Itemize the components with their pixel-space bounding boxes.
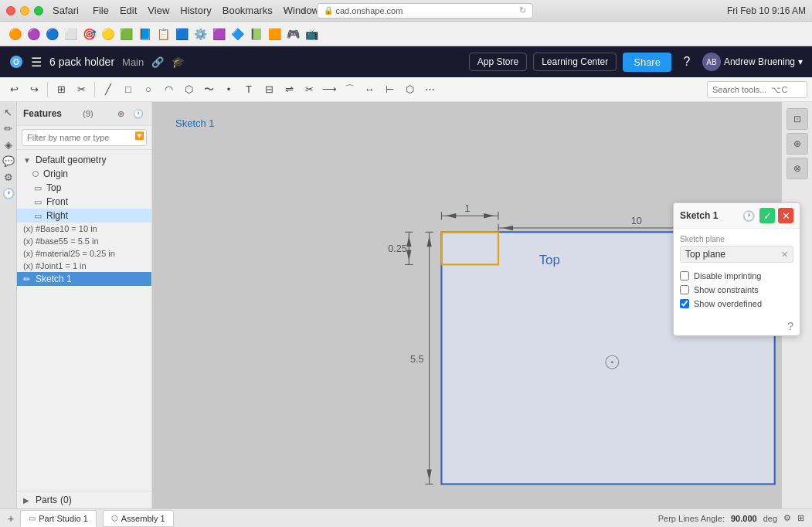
bookmark-6[interactable]: 🟡 [99,26,116,42]
pan-button[interactable]: ⊗ [787,158,808,179]
bookmark-8[interactable]: 📘 [136,26,153,42]
filter-input[interactable] [22,129,147,146]
part-studio-tab[interactable]: ▭ Part Studio 1 [20,510,97,527]
clock-popup-button[interactable]: 🕐 [741,208,756,223]
bookmark-10[interactable]: 🟦 [173,26,190,42]
menu-file[interactable]: File [93,5,109,16]
help-button[interactable]: ? [678,53,696,71]
text-tool[interactable]: T [240,80,258,99]
learning-center-button[interactable]: Learning Center [533,53,617,71]
canvas-area[interactable]: Sketch 1 1 10 0.25 [152,102,812,508]
bookmark-17[interactable]: 📺 [303,26,320,42]
hamburger-menu[interactable]: ☰ [31,55,42,70]
sketch-icon[interactable]: ✏ [2,121,15,135]
history-icon[interactable]: 🕐 [2,186,15,200]
address-bar[interactable]: 🔒 cad.onshape.com ↻ [317,3,533,19]
bookmark-2[interactable]: 🟣 [25,26,42,42]
bookmark-4[interactable]: ⬜ [62,26,79,42]
feature-icon[interactable]: ◈ [2,138,15,151]
undo-button[interactable]: ↩ [5,80,23,99]
var-base10[interactable]: (x) #Base10 = 10 in [17,223,151,235]
constraint-tool[interactable]: ⊢ [380,80,399,99]
user-info[interactable]: AB Andrew Bruening ▾ [702,53,803,71]
spline-tool[interactable]: 〜 [199,80,218,99]
front-item[interactable]: ▭ Front [17,195,151,209]
perp-label: Perp Lines Angle: [658,514,725,523]
back-button[interactable]: ‹ [280,5,292,17]
share-button[interactable]: Share [623,53,671,72]
var-material25[interactable]: (x) #material25 = 0.25 in [17,247,151,260]
offset-tool[interactable]: ⊟ [260,80,278,99]
more-tools[interactable]: ⋯ [420,80,439,99]
help-popup-icon[interactable]: ? [787,320,793,332]
bookmark-11[interactable]: ⚙️ [192,26,209,42]
bookmark-3[interactable]: 🔵 [43,26,60,42]
extend-tool[interactable]: ⟶ [320,80,338,99]
traffic-lights[interactable] [6,6,43,15]
sketch-plane-label: Sketch plane [680,235,793,243]
user-avatar: AB [702,53,721,71]
line-tool[interactable]: ╱ [99,80,117,99]
bookmark-16[interactable]: 🎮 [284,26,301,42]
show-constraints-checkbox[interactable] [680,285,689,294]
bookmark-14[interactable]: 📗 [247,26,264,42]
default-geometry-item[interactable]: ▼ Default geometry [17,153,151,167]
menu-history[interactable]: History [180,5,211,16]
grid-icon[interactable]: ⊞ [797,513,804,523]
bookmark-9[interactable]: 📋 [155,26,172,42]
var-base55[interactable]: (x) #base55 = 5.5 in [17,235,151,247]
bookmark-7[interactable]: 🟩 [117,26,134,42]
menu-edit[interactable]: Edit [120,5,137,16]
arc-tool[interactable]: ◠ [159,80,178,99]
fullscreen-window-button[interactable] [34,6,43,15]
mirror-tool[interactable]: ⇌ [280,80,298,99]
title-bar: Safari File Edit View History Bookmarks … [0,0,812,22]
copy-button[interactable]: ⊞ [52,80,70,99]
assembly-tab[interactable]: ⬡ Assembly 1 [103,510,174,527]
point-tool[interactable]: • [219,80,238,99]
search-input[interactable] [707,81,807,98]
add-tab-button[interactable]: + [8,512,14,525]
var-joint1[interactable]: (x) #Joint1 = 1 in [17,260,151,272]
filter-icon[interactable]: ⊕ [114,107,128,121]
bookmark-13[interactable]: 🔷 [229,26,246,42]
menu-bookmarks[interactable]: Bookmarks [223,5,273,16]
top-item[interactable]: ▭ Top [17,181,151,195]
clear-plane-button[interactable]: ✕ [781,250,788,260]
close-popup-button[interactable]: ✕ [778,208,793,223]
minimize-window-button[interactable] [20,6,29,15]
origin-item[interactable]: Origin [17,167,151,181]
confirm-popup-button[interactable]: ✓ [759,208,775,223]
app-store-button[interactable]: App Store [469,53,527,71]
right-item[interactable]: ▭ Right [17,209,151,223]
filter-box: 🔽 [17,126,151,150]
perp-unit: deg [763,514,777,523]
forward-button[interactable]: › [298,5,311,17]
sketch1-item[interactable]: ✏ Sketch 1 [17,272,151,286]
poly-tool[interactable]: ⬡ [179,80,198,99]
fillet-tool[interactable]: ⌒ [340,80,358,99]
bookmark-12[interactable]: 🟪 [210,26,227,42]
bookmark-5[interactable]: 🎯 [80,26,97,42]
zoom-button[interactable]: ⊕ [787,133,808,155]
redo-button[interactable]: ↪ [25,80,43,99]
trim-tool[interactable]: ✂ [300,80,318,99]
settings-icon[interactable]: ⚙ [783,513,791,523]
show-overdefined-checkbox[interactable] [680,299,689,308]
comment-icon[interactable]: 💬 [2,154,15,168]
rect-tool[interactable]: □ [119,80,138,99]
view-cube-button[interactable]: ⊡ [787,108,808,130]
disable-imprinting-checkbox[interactable] [680,271,689,280]
paste-button[interactable]: ✂ [72,80,90,99]
select-tool-icon[interactable]: ↖ [2,105,15,119]
clock-icon[interactable]: 🕐 [131,107,145,121]
circle-tool[interactable]: ○ [139,80,158,99]
variable-icon[interactable]: ⚙ [2,170,15,184]
parts-header[interactable]: ▶ Parts (0) [17,491,151,508]
bookmark-1[interactable]: 🟠 [6,26,23,42]
pattern-tool[interactable]: ⬡ [400,80,419,99]
close-window-button[interactable] [6,6,15,15]
dimension-tool[interactable]: ↔ [360,80,379,99]
menu-view[interactable]: View [148,5,169,16]
bookmark-15[interactable]: 🟧 [266,26,283,42]
